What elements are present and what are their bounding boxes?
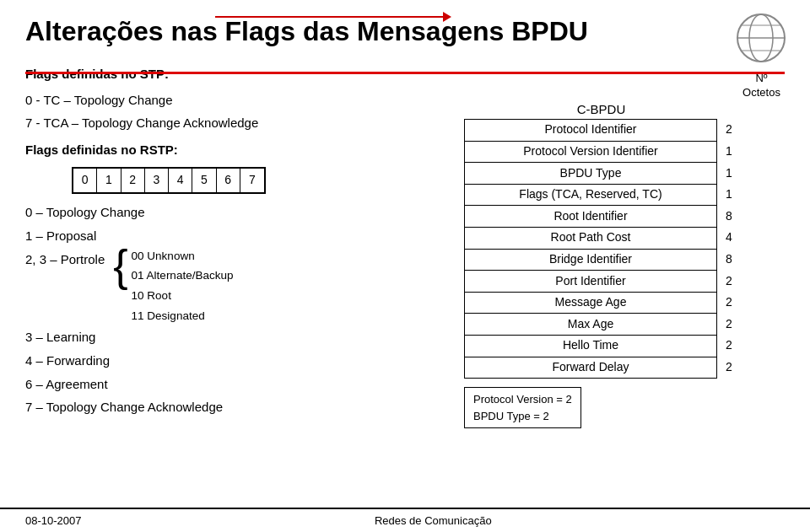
bpdu-num-11: 2 xyxy=(717,357,742,379)
bit-2: 2 xyxy=(122,169,145,192)
bpdu-num-0: 2 xyxy=(717,119,742,141)
rstp-flag-0: 0 – Topology Change xyxy=(25,201,447,224)
bit-3: 3 xyxy=(145,169,169,192)
bpdu-num-8: 2 xyxy=(717,292,742,314)
bpdu-num-2: 1 xyxy=(717,163,742,185)
num-octetos-label: Nº Octetos xyxy=(738,72,785,100)
bpdu-table-row: Root Path Cost4 xyxy=(465,227,742,249)
bit-number-row: 0 1 2 3 4 5 6 7 xyxy=(72,167,266,194)
bpdu-num-3: 1 xyxy=(717,184,742,206)
bit-7: 7 xyxy=(240,169,264,192)
footer: 08-10-2007 Redes de Comunicação xyxy=(0,508,810,532)
bpdu-num-5: 4 xyxy=(717,227,742,249)
bpdu-table-row: Protocol Version Identifier1 xyxy=(465,141,742,163)
bpdu-table-row: Max Age2 xyxy=(465,314,742,336)
bpdu-table: Protocol Identifier2Protocol Version Ide… xyxy=(464,119,742,379)
bpdu-table-row: Flags (TCA, Reserved, TC)1 xyxy=(465,184,742,206)
bpdu-field-10: Hello Time xyxy=(465,335,717,357)
cbpdu-label: C-BPDU xyxy=(464,102,785,116)
brace-codes: { 00 Unknown 01 Alternate/Backup 10 Root… xyxy=(113,244,233,326)
stp-flag-0: 0 - TC – Topology Change xyxy=(25,89,447,111)
bpdu-field-8: Message Age xyxy=(465,292,717,314)
bpdu-table-row: Message Age2 xyxy=(465,292,742,314)
footer-center: Redes de Comunicação xyxy=(375,514,492,527)
left-panel: Flags definidas no STP: 0 - TC – Topolog… xyxy=(25,63,447,428)
bpdu-num-10: 2 xyxy=(717,335,742,357)
role-00: 00 Unknown xyxy=(132,246,234,266)
bpdu-field-3: Flags (TCA, Reserved, TC) xyxy=(465,184,717,206)
bpdu-num-6: 8 xyxy=(717,249,742,271)
bpdu-num-7: 2 xyxy=(717,271,742,293)
svg-marker-6 xyxy=(443,12,451,22)
role-11: 11 Designated xyxy=(132,306,234,326)
rstp-flag-23: 2, 3 – Portrole xyxy=(25,248,105,271)
rstp-flag-6: 6 – Agreement xyxy=(25,373,447,396)
bit-5: 5 xyxy=(192,169,216,192)
rstp-flag-1: 1 – Proposal xyxy=(25,224,447,248)
bpdu-table-row: Protocol Identifier2 xyxy=(465,119,742,141)
protocol-note-line2: BPDU Type = 2 xyxy=(473,408,572,425)
bpdu-table-row: Hello Time2 xyxy=(465,335,742,357)
bpdu-num-1: 1 xyxy=(717,141,742,163)
arrow-svg xyxy=(215,0,468,34)
bit-0: 0 xyxy=(73,169,97,192)
bpdu-table-row: Port Identifier2 xyxy=(465,271,742,293)
rstp-flag-7: 7 – Topology Change Acknowledge xyxy=(25,395,447,419)
portrole-row: 2, 3 – Portrole { 00 Unknown 01 Alternat… xyxy=(25,248,447,326)
bit-4: 4 xyxy=(169,169,192,192)
rstp-flags-list: 0 – Topology Change 1 – Proposal 2, 3 – … xyxy=(25,201,447,419)
bpdu-field-6: Bridge Identifier xyxy=(465,249,717,271)
brace-icon: { xyxy=(113,244,127,287)
bpdu-table-row: Root Identifier8 xyxy=(465,206,742,228)
bpdu-field-2: BPDU Type xyxy=(465,163,717,185)
bpdu-num-9: 2 xyxy=(717,314,742,336)
bpdu-field-4: Root Identifier xyxy=(465,206,717,228)
bpdu-table-row: BPDU Type1 xyxy=(465,163,742,185)
bpdu-table-row: Forward Delay2 xyxy=(465,357,742,379)
rstp-section-label: Flags definidas no RSTP: xyxy=(25,139,447,161)
role-01: 01 Alternate/Backup xyxy=(132,266,234,286)
role-10: 10 Root xyxy=(132,286,234,306)
bpdu-field-11: Forward Delay xyxy=(465,357,717,379)
bpdu-table-wrapper: Protocol Identifier2Protocol Version Ide… xyxy=(464,119,785,379)
bpdu-field-9: Max Age xyxy=(465,314,717,336)
bpdu-table-row: Bridge Identifier8 xyxy=(465,249,742,271)
protocol-note: Protocol Version = 2 BPDU Type = 2 xyxy=(464,387,581,428)
protocol-note-line1: Protocol Version = 2 xyxy=(473,391,572,408)
role-codes: 00 Unknown 01 Alternate/Backup 10 Root 1… xyxy=(132,246,234,326)
num-octetos-header: Nº Octetos xyxy=(464,72,785,100)
bpdu-field-1: Protocol Version Identifier xyxy=(465,141,717,163)
rstp-flag-3: 3 – Learning xyxy=(25,325,447,349)
bit-6: 6 xyxy=(217,169,240,192)
right-panel: Nº Octetos C-BPDU Protocol Identifier2Pr… xyxy=(464,63,785,428)
bpdu-field-7: Port Identifier xyxy=(465,271,717,293)
content-area: Flags definidas no STP: 0 - TC – Topolog… xyxy=(25,63,785,428)
bpdu-field-5: Root Path Cost xyxy=(465,227,717,249)
page: Alterações nas Flags das Mensagens BPDU … xyxy=(0,0,810,532)
university-logo xyxy=(736,13,786,63)
rstp-flag-4: 4 – Forwarding xyxy=(25,349,447,373)
bpdu-num-4: 8 xyxy=(717,206,742,228)
stp-flag-7: 7 - TCA – Topology Change Acknowledge xyxy=(25,111,447,134)
bpdu-field-0: Protocol Identifier xyxy=(465,119,717,141)
bit-1: 1 xyxy=(97,169,121,192)
footer-date: 08-10-2007 xyxy=(25,514,82,527)
